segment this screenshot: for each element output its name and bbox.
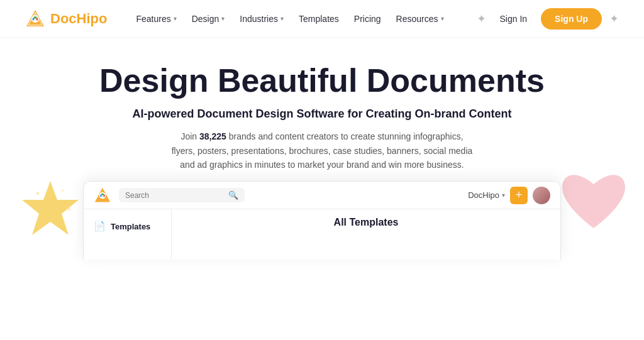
svg-point-6 [68,208,70,211]
app-topbar: 🔍 DocHipo ▾ + [84,182,560,209]
deco-heart-icon [556,165,631,241]
navbar: DocHipo Features ▾ Design ▾ Industries ▾… [0,0,644,38]
sidebar-templates-label: Templates [111,222,150,231]
logo-icon [25,9,45,29]
nav-templates-label: Templates [299,14,339,24]
hero-body: Join 38,225 brands and content creators … [171,129,473,172]
chevron-down-icon: ▾ [441,15,444,22]
chevron-down-icon: ▾ [280,15,284,22]
sparkle-icon: ✦ [477,12,486,26]
sidebar-item-templates[interactable]: 📄 Templates [84,216,171,237]
logo-text: DocHipo [50,11,107,27]
page-wrapper: DocHipo Features ▾ Design ▾ Industries ▾… [0,0,644,340]
app-right-bar: DocHipo ▾ + [468,187,550,204]
sparkle-icon-right: ✦ [609,12,619,26]
sign-in-button[interactable]: Sign In [494,10,534,28]
app-content: 📄 Templates All Templates [84,209,560,260]
nav-item-resources[interactable]: Resources ▾ [390,10,450,28]
hero-body-prefix: Join [180,131,199,141]
nav-industries-label: Industries [240,14,278,24]
app-main-title: All Templates [184,217,548,228]
nav-pricing-label: Pricing [354,14,381,24]
avatar [533,187,550,204]
nav-resources-label: Resources [396,14,438,24]
svg-point-4 [36,192,39,195]
document-icon: 📄 [94,221,106,232]
app-search-input[interactable] [125,191,225,200]
svg-marker-3 [22,181,79,235]
nav-item-templates[interactable]: Templates [292,10,345,28]
hero-subheading: AI-powered Document Design Software for … [13,107,631,121]
nav-item-industries[interactable]: Industries ▾ [233,10,290,28]
nav-features-label: Features [136,14,170,24]
hero-heading: Design Beautiful Documents [13,63,631,99]
app-brand-name: DocHipo ▾ [468,190,505,200]
app-search-bar[interactable]: 🔍 [119,188,245,202]
avatar-image [533,187,550,204]
hero-section: Design Beautiful Documents AI-powered Do… [0,38,644,247]
logo[interactable]: DocHipo [25,9,107,29]
chevron-down-icon: ▾ [221,15,225,22]
deco-star-icon [19,178,82,241]
chevron-down-icon: ▾ [174,15,177,22]
app-sidebar: 📄 Templates [84,209,172,260]
sign-up-button[interactable]: Sign Up [541,8,602,30]
nav-design-label: Design [192,14,219,24]
hero-stat: 38,225 [199,131,226,141]
nav-item-features[interactable]: Features ▾ [130,10,182,28]
nav-item-design[interactable]: Design ▾ [186,10,231,28]
chevron-down-icon: ▾ [502,192,505,199]
nav-links: Features ▾ Design ▾ Industries ▾ Templat… [130,10,476,28]
nav-right: ✦ Sign In Sign Up ✦ [477,8,619,30]
nav-item-pricing[interactable]: Pricing [348,10,387,28]
app-preview: 🔍 DocHipo ▾ + 📄 Temp [83,181,561,260]
search-icon: 🔍 [228,190,238,200]
svg-point-5 [62,190,64,192]
app-main-content: All Templates [172,209,560,260]
app-logo-mini-icon [94,187,111,204]
app-add-button[interactable]: + [510,187,528,204]
